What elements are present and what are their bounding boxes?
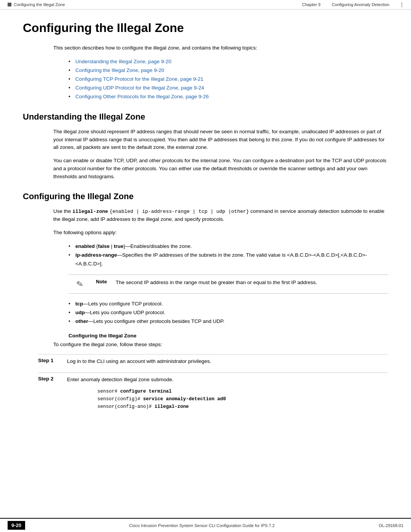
option-ip-range: ip-address-range—Specifies the IP addres… (68, 251, 388, 268)
option-other: other—Lets you configure other protocols… (68, 317, 388, 326)
chapter-title: Configuring Anomaly Detection (332, 2, 389, 7)
step-2-content: Enter anomaly detection illegal zone sub… (67, 376, 388, 414)
toc-item-2: Configuring the Illegal Zone, page 9-20 (68, 66, 388, 75)
toc-item-4: Configuring UDP Protocol for the Illegal… (68, 84, 388, 93)
step-1-label: Step 1 (38, 358, 61, 366)
option-ip-bold: ip-address-range (75, 252, 117, 258)
note-text: The second IP address in the range must … (116, 279, 388, 287)
header-left-text: Configuring the Illegal Zone (14, 2, 65, 7)
option-enabled-text: —Enables/disables the zone. (125, 243, 192, 249)
option-other-bold: other (75, 318, 88, 324)
note-content-row: Note The second IP address in the range … (96, 279, 388, 287)
note-pencil-icon: ✎ (76, 279, 84, 290)
following-options: The following options apply: (53, 229, 388, 237)
option-enabled-middle: {false | true} (95, 243, 125, 249)
section1-para2: You can enable or disable TCP, UDP, and … (53, 157, 388, 181)
step-1-row: Step 1 Log in to the CLI using an accoun… (38, 354, 388, 369)
footer: 9-20 Cisco Intrusion Prevention System S… (0, 518, 411, 532)
footer-center-text: Cisco Intrusion Prevention System Sensor… (33, 523, 371, 528)
header-right: Chapter 9 Configuring Anomaly Detection … (302, 2, 403, 7)
toc-item-3: Configuring TCP Protocol for the Illegal… (68, 75, 388, 84)
header-bar-sep: │ (401, 2, 403, 7)
step-2-text: Enter anomaly detection illegal zone sub… (67, 377, 174, 382)
header-square-icon (8, 3, 11, 6)
intro-text: This section describes how to configure … (53, 44, 388, 52)
option-tcp-text: —Lets you configure TCP protocol. (83, 301, 163, 307)
option-tcp-bold: tcp (75, 301, 83, 307)
toc-item-1: Understanding the Illegal Zone, page 9-2… (68, 58, 388, 66)
footer-page-number: 9-20 (8, 521, 25, 530)
page-title: Configuring the Illegal Zone (23, 21, 388, 35)
option-other-text: —Lets you configure other protocols besi… (88, 318, 225, 324)
sub-heading-bold: Configuring the Illegal Zone (68, 333, 388, 339)
command-name-inline: illegal-zone (72, 208, 108, 214)
chapter-label: Chapter 9 (302, 2, 320, 7)
section1-heading: Understanding the Illegal Zone (23, 112, 388, 122)
section1-para1: The illegal zone should represent IP add… (53, 128, 388, 152)
option-udp-text: —Lets you configure UDP protocol. (85, 310, 165, 315)
option-enabled-bold: enabled (75, 243, 95, 249)
header-left: Configuring the Illegal Zone (8, 2, 65, 7)
footer-right-text: OL-29168-01 (379, 523, 403, 528)
toc-link-4[interactable]: Configuring UDP Protocol for the Illegal… (75, 85, 204, 91)
option-udp-bold: udp (75, 310, 85, 315)
toc-link-2[interactable]: Configuring the Illegal Zone, page 9-20 (75, 67, 164, 73)
option-udp: udp—Lets you configure UDP protocol. (68, 308, 388, 317)
toc-item-5: Configuring Other Protocols for the Ille… (68, 93, 388, 101)
step-2-label: Step 2 (38, 376, 61, 414)
option-enabled: enabled {false | true}—Enables/disables … (68, 242, 388, 251)
step-2-row: Step 2 Enter anomaly detection illegal z… (38, 372, 388, 417)
header-bar: Configuring the Illegal Zone Chapter 9 C… (0, 0, 411, 10)
section2-intro: Use the illegal-zone {enabled | ip-addre… (53, 208, 388, 224)
toc-link-1[interactable]: Understanding the Illegal Zone, page 9-2… (75, 59, 171, 64)
option-ip-text: —Specifies the IP addresses of the subne… (75, 252, 367, 267)
toc-link-3[interactable]: Configuring TCP Protocol for the Illegal… (75, 76, 203, 82)
command-options: {enabled | ip-address-range | tcp | udp … (110, 209, 249, 214)
steps-container: Step 1 Log in to the CLI using an accoun… (38, 354, 388, 417)
option-tcp: tcp—Lets you configure TCP protocol. (68, 300, 388, 308)
note-box: ✎ Note The second IP address in the rang… (68, 275, 388, 294)
toc-link-5[interactable]: Configuring Other Protocols for the Ille… (75, 94, 209, 99)
step-1-content: Log in to the CLI using an account with … (67, 358, 388, 366)
section2-heading: Configuring the Illegal Zone (23, 192, 388, 201)
note-label: Note (96, 279, 111, 284)
options-list-1: enabled {false | true}—Enables/disables … (68, 242, 388, 268)
configure-intro: To configure the illegal zone, follow th… (53, 341, 388, 349)
note-icon-area: ✎ (68, 279, 91, 289)
options-list-2: tcp—Lets you configure TCP protocol. udp… (68, 300, 388, 326)
content-area: Configuring the Illegal Zone This sectio… (0, 10, 411, 433)
toc-list: Understanding the Illegal Zone, page 9-2… (68, 58, 388, 101)
code-block: sensor# configure terminal sensor(config… (97, 388, 388, 411)
